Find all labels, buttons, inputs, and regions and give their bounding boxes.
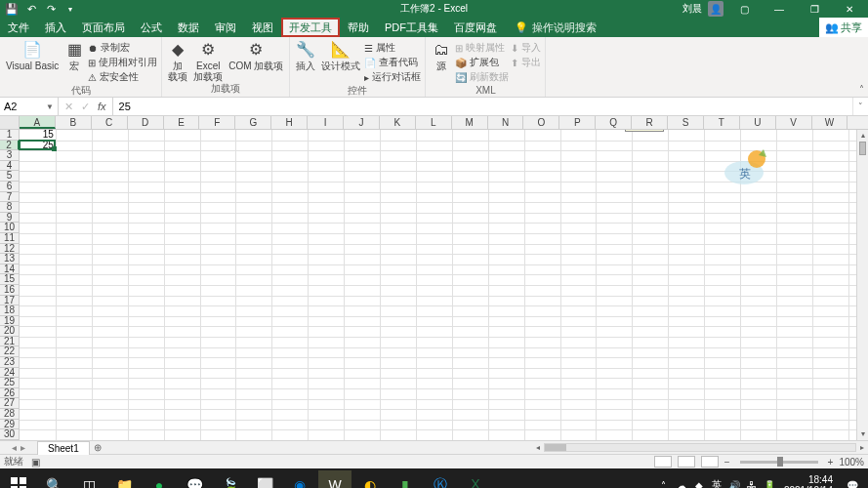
tray-network-icon[interactable]: 🖧 [745, 478, 759, 488]
column-header-V[interactable]: V [776, 116, 812, 129]
macro-record-status-icon[interactable]: ▣ [31, 457, 40, 468]
search-icon[interactable]: 🔍 [37, 470, 70, 488]
column-header-C[interactable]: C [92, 116, 128, 129]
page-layout-view-icon[interactable] [678, 456, 695, 468]
zoom-slider[interactable] [740, 461, 818, 464]
tab-file[interactable]: 文件 [0, 18, 37, 37]
expand-formula-bar-icon[interactable]: ˅ [852, 98, 868, 115]
tab-formulas[interactable]: 公式 [133, 18, 170, 37]
column-header-F[interactable]: F [199, 116, 235, 129]
tray-app-icon[interactable]: ◆ [692, 478, 706, 488]
tray-cloud-icon[interactable]: ☁ [675, 478, 688, 488]
tray-ime-icon[interactable]: 英 [710, 478, 723, 488]
normal-view-icon[interactable] [654, 456, 672, 468]
column-header-B[interactable]: B [56, 116, 92, 129]
tab-insert[interactable]: 插入 [37, 18, 74, 37]
cancel-formula-icon[interactable]: ✕ [64, 101, 73, 113]
page-break-view-icon[interactable] [701, 456, 719, 468]
sheet-prev-icon[interactable]: ◂ [12, 442, 17, 453]
column-header-E[interactable]: E [164, 116, 200, 129]
hscroll-right-icon[interactable]: ▸ [860, 443, 864, 452]
cells-area[interactable]: 编辑栏 15 25 英 [20, 130, 856, 440]
qat-customize-icon[interactable]: ▾ [64, 3, 76, 15]
zoom-in-icon[interactable]: + [828, 457, 834, 468]
com-addins-button[interactable]: ⚙ COM 加载项 [227, 39, 285, 71]
taskbar-app-1[interactable]: ● [143, 470, 176, 488]
view-code-button[interactable]: 📄查看代码 [364, 56, 421, 69]
user-name[interactable]: 刘晨 [682, 2, 702, 16]
insert-control-button[interactable]: 🔧 插入 [294, 39, 317, 71]
record-macro-button[interactable]: ⏺录制宏 [88, 41, 157, 55]
select-all-button[interactable] [0, 116, 20, 129]
minimize-icon[interactable]: — [765, 0, 794, 18]
row-header-11[interactable]: 11 [0, 233, 20, 244]
restore-icon[interactable]: ❐ [800, 0, 829, 18]
column-header-K[interactable]: K [380, 116, 416, 129]
undo-icon[interactable]: ↶ [25, 3, 37, 15]
horizontal-scrollbar[interactable]: ◂ ▸ [105, 443, 868, 452]
row-header-1[interactable]: 1 [0, 130, 20, 141]
taskbar-app-3[interactable]: 🍃 [213, 470, 246, 488]
tray-battery-icon[interactable]: 🔋 [763, 478, 776, 488]
column-header-W[interactable]: W [812, 116, 848, 129]
column-header-M[interactable]: M [452, 116, 488, 129]
taskbar-app-6[interactable]: ◐ [353, 470, 387, 488]
tab-pdf-tools[interactable]: PDF工具集 [377, 18, 446, 37]
design-mode-button[interactable]: 📐 设计模式 [319, 39, 362, 71]
cell-A2[interactable]: 25 [20, 141, 56, 151]
excel-addins-button[interactable]: ⚙ Excel 加载项 [191, 39, 225, 82]
run-dialog-button[interactable]: ▸运行对话框 [364, 70, 421, 84]
macros-button[interactable]: ▦ 宏 [62, 39, 86, 71]
tab-help[interactable]: 帮助 [340, 18, 377, 37]
column-header-A[interactable]: A [20, 116, 56, 129]
column-header-J[interactable]: J [344, 116, 380, 129]
visual-basic-button[interactable]: 📄 Visual Basic [4, 39, 61, 71]
user-avatar-icon[interactable]: 👤 [708, 1, 723, 17]
row-header-30[interactable]: 30 [0, 429, 20, 440]
scroll-up-icon[interactable]: ▴ [857, 130, 868, 142]
collapse-ribbon-icon[interactable]: ˄ [859, 84, 864, 95]
taskbar-app-8[interactable]: Ⓚ [424, 470, 457, 488]
hscroll-thumb[interactable] [545, 444, 566, 451]
column-header-T[interactable]: T [704, 116, 740, 129]
row-header-16[interactable]: 16 [0, 285, 20, 296]
column-header-O[interactable]: O [523, 116, 559, 129]
vertical-scrollbar[interactable]: ▴ ▾ [856, 130, 868, 440]
taskbar-app-4[interactable]: ⬜ [248, 470, 281, 488]
sheet-tab-sheet1[interactable]: Sheet1 [37, 441, 90, 455]
column-header-Q[interactable]: Q [596, 116, 632, 129]
hscroll-track[interactable] [544, 443, 856, 452]
close-icon[interactable]: ✕ [835, 0, 864, 18]
zoom-slider-thumb[interactable] [777, 457, 783, 467]
name-box[interactable]: A2 ▼ [0, 98, 59, 115]
file-explorer-icon[interactable]: 📁 [107, 470, 141, 488]
addins-button[interactable]: ◆ 加 载项 [166, 39, 189, 82]
excel-taskbar-icon[interactable]: X [459, 470, 492, 488]
redo-icon[interactable]: ↷ [45, 3, 57, 15]
task-view-icon[interactable]: ◫ [72, 470, 105, 488]
properties-button[interactable]: ☰属性 [364, 41, 421, 55]
add-sheet-button[interactable]: ⊕ [90, 442, 105, 453]
use-relative-refs-button[interactable]: ⊞使用相对引用 [88, 56, 157, 69]
xml-source-button[interactable]: 🗂 源 [430, 39, 453, 71]
start-button[interactable] [2, 470, 35, 488]
tab-view[interactable]: 视图 [244, 18, 281, 37]
tray-volume-icon[interactable]: 🔊 [727, 478, 741, 488]
column-header-P[interactable]: P [559, 116, 596, 129]
column-header-U[interactable]: U [740, 116, 776, 129]
name-box-dropdown-icon[interactable]: ▼ [46, 102, 54, 111]
column-header-H[interactable]: H [271, 116, 308, 129]
share-button[interactable]: 👥 共享 [819, 18, 868, 37]
column-header-S[interactable]: S [668, 116, 704, 129]
tray-chevron-icon[interactable]: ˄ [657, 478, 671, 488]
ribbon-display-options-icon[interactable]: ▢ [729, 0, 759, 18]
taskbar-app-7[interactable]: ▮ [389, 470, 422, 488]
column-header-L[interactable]: L [416, 116, 452, 129]
vscroll-thumb[interactable] [859, 142, 866, 155]
tab-review[interactable]: 审阅 [207, 18, 244, 37]
sheet-nav[interactable]: ◂▸ [0, 442, 37, 453]
taskbar-app-5[interactable]: W [318, 470, 351, 488]
zoom-percentage[interactable]: 100% [839, 457, 864, 468]
tab-data[interactable]: 数据 [170, 18, 207, 37]
scroll-down-icon[interactable]: ▾ [857, 428, 868, 440]
